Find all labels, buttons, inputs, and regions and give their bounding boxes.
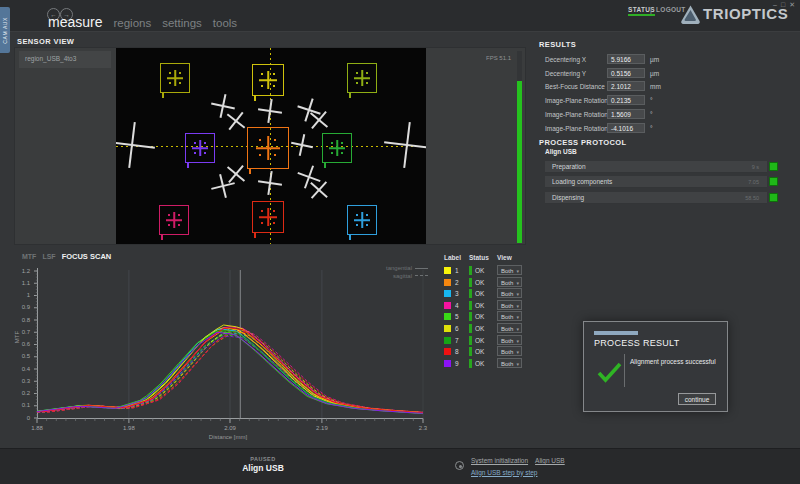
status-bar [469,347,472,356]
legend-row: 3OKBoth▾ [444,289,532,300]
series-color-swatch [444,360,451,367]
trioptics-app-window: ← → measureregionssettingstools STATUS |… [0,0,800,484]
trioptics-logo-icon [680,4,701,25]
protocol-step-label: Loading components [552,178,612,185]
result-row: Best-Focus Distance2.1012mm [545,81,795,93]
paused-label: PAUSED [238,456,288,462]
focus-scan-plot [33,262,433,434]
view-dropdown[interactable]: Both▾ [497,265,522,275]
link-align-usb[interactable]: Align USB [535,457,565,464]
menu-item-measure[interactable]: measure [48,14,102,30]
x-tick-label: 2.19 [307,425,337,431]
target-corner-mark [274,139,276,141]
series-color-swatch [444,337,451,344]
view-dropdown[interactable]: Both▾ [497,288,522,298]
sensor-view-panel: region_USB_4to3 FPS 51.1 [14,47,526,245]
cross-bar [116,141,155,149]
result-unit: mm [650,83,661,90]
result-unit: µm [650,56,659,63]
status-bar [469,336,472,345]
protocol-step-time: 58.50 [745,195,759,201]
alignment-target-box [247,127,289,169]
status-bar [469,266,472,275]
target-corner-mark [273,85,275,87]
continue-button[interactable]: continue [678,393,716,405]
alignment-target-box [160,63,190,93]
maximize-icon[interactable]: □ [781,1,785,9]
chevron-down-icon: ▾ [516,278,519,288]
target-corner-mark [331,142,333,144]
protocol-step-bar[interactable]: Loading components7.05 [545,176,767,188]
result-row: Decentering X5.9166µm [545,54,795,66]
cam-side-tab-label: CAM AUX [2,17,8,44]
series-color-swatch [444,290,451,297]
white-cross-marker [256,169,283,196]
target-corner-mark [168,224,170,226]
tab-lsf[interactable]: LSF [42,253,55,260]
cam-side-tab[interactable]: CAM AUX [0,7,10,53]
close-icon[interactable]: ✕ [789,1,795,9]
process-links: System initializationAlign USB Align USB… [471,454,572,477]
view-dropdown[interactable]: Both▾ [497,323,522,333]
target-corner-mark [261,85,263,87]
chevron-down-icon: ▾ [516,312,519,322]
legend-row: 6OKBoth▾ [444,324,532,335]
target-cross-horizontal [256,147,280,149]
legend-row: 4OKBoth▾ [444,301,532,312]
target-tail-mark [162,93,164,98]
target-corner-mark [179,82,181,84]
view-dropdown[interactable]: Both▾ [497,277,522,287]
target-cross-horizontal [329,147,346,149]
focus-scan-chart: tangentialsagittal MTF Distance [mm] 00.… [33,262,433,440]
protocol-step-bar[interactable]: Dispensing58.50 [545,192,767,204]
step-success-checkbox [769,193,778,202]
region-list-item[interactable]: region_USB_4to3 [19,51,111,68]
menu-item-tools[interactable]: tools [213,17,237,29]
series-color-swatch [444,279,451,286]
dialog-divider [624,354,625,387]
target-corner-mark [356,82,358,84]
status-bar [469,301,472,310]
series-color-swatch [444,325,451,332]
view-dropdown[interactable]: Both▾ [497,346,522,356]
main-menu: measureregionssettingstools [48,14,237,30]
chevron-down-icon: ▾ [516,301,519,311]
target-tail-mark [161,235,163,240]
status-text: OK [475,267,484,274]
menu-item-settings[interactable]: settings [162,17,202,29]
protocol-step: Loading components7.05 [545,176,790,188]
target-corner-mark [274,154,276,156]
result-value-field: 1.5609 [607,109,645,119]
result-label: Image-Plane Rotation Z [545,125,614,132]
view-dropdown[interactable]: Both▾ [497,300,522,310]
result-unit: ° [650,111,653,118]
success-check-icon [597,362,622,383]
target-cross-horizontal [259,216,277,218]
minimize-icon[interactable]: – [773,1,777,9]
series-color-swatch [444,267,451,274]
chevron-down-icon: ▾ [516,359,519,369]
status-bar [469,278,472,287]
sensor-camera-image[interactable] [116,48,426,244]
y-tick-label: 0.5 [12,353,30,359]
target-corner-mark [341,152,343,154]
link-align-usb-step-by-step[interactable]: Align USB step by step [471,469,537,476]
protocol-step: Dispensing58.50 [545,192,790,204]
tab-mtf[interactable]: MTF [22,253,36,260]
view-dropdown[interactable]: Both▾ [497,335,522,345]
result-value-field: -4.1016 [607,123,645,133]
target-tail-mark [254,96,256,101]
tab-focus-scan[interactable]: FOCUS SCAN [62,252,112,261]
target-corner-mark [178,224,180,226]
link-system-initialization[interactable]: System initialization [471,457,528,464]
view-dropdown[interactable]: Both▾ [497,358,522,368]
alignment-target-box [347,63,377,93]
region-name: region_USB_4to3 [25,55,76,62]
protocol-step-label: Preparation [552,163,586,170]
view-dropdown[interactable]: Both▾ [497,311,522,321]
process-result-dialog: PROCESS RESULT Alignment process success… [583,321,728,412]
protocol-step-bar[interactable]: Preparation9 s [545,161,767,173]
process-state: PAUSED Align USB [238,456,288,473]
menu-item-regions[interactable]: regions [113,17,151,29]
status-text: OK [475,302,484,309]
